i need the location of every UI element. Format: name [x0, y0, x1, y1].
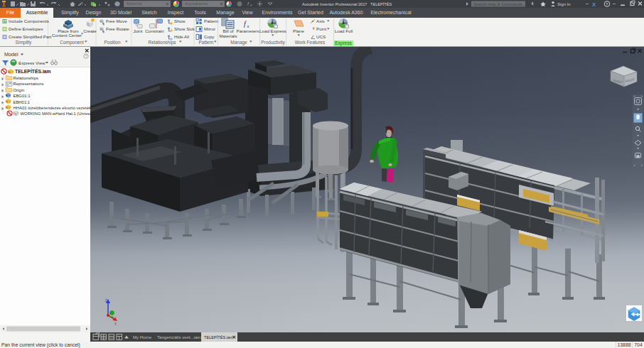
svg-text:Representations: Representations: [14, 82, 44, 86]
svg-text:Sign In: Sign In: [557, 2, 571, 6]
svg-text:?: ?: [85, 54, 87, 58]
svg-text:Show: Show: [174, 18, 186, 23]
svg-text:Express View: Express View: [18, 60, 45, 65]
svg-text:X: X: [114, 322, 117, 326]
svg-text:Z: Z: [105, 299, 107, 303]
svg-text:Joint: Joint: [133, 28, 142, 33]
svg-text:Hide All: Hide All: [174, 34, 189, 39]
svg-text:Free Move: Free Move: [106, 18, 127, 23]
svg-text:Simplify: Simplify: [16, 40, 33, 45]
svg-text:f: f: [247, 1, 249, 6]
svg-text:Autodesk Inventor Professional: Autodesk Inventor Professional 2017 TELE…: [302, 2, 392, 6]
svg-text:Search Help & Commands...: Search Help & Commands...: [473, 2, 526, 6]
svg-text:Appearance: Appearance: [185, 1, 208, 6]
svg-text:EBG01:1: EBG01:1: [14, 94, 31, 98]
svg-text:Productivity: Productivity: [261, 40, 285, 45]
svg-text:Axis: Axis: [316, 18, 325, 23]
svg-text:Content Center: Content Center: [52, 33, 82, 38]
svg-text:EBH01:1: EBH01:1: [14, 100, 31, 104]
svg-text:HHA01 tüzelőberendezés elosztó: HHA01 tüzelőberendezés elosztó vezetékke…: [14, 106, 91, 110]
svg-text:TELEPÍTÉS.iam: TELEPÍTÉS.iam: [204, 335, 233, 339]
svg-text:x: x: [249, 3, 252, 7]
svg-text:f: f: [244, 20, 247, 28]
svg-text:Plane: Plane: [293, 28, 304, 33]
svg-text:Pattern: Pattern: [204, 18, 219, 23]
svg-text:?: ?: [606, 2, 608, 6]
svg-text:Show Sick: Show Sick: [174, 26, 195, 31]
svg-text:Create Simplified Part: Create Simplified Part: [9, 34, 51, 39]
svg-text:Load Express: Load Express: [259, 28, 286, 33]
svg-text:x: x: [247, 23, 249, 28]
svg-text:Include Components: Include Components: [9, 18, 49, 23]
svg-text:Point: Point: [316, 26, 326, 31]
svg-text:Free Rotate: Free Rotate: [106, 26, 129, 31]
svg-text:Model: Model: [4, 51, 18, 58]
svg-text:Create: Create: [83, 28, 97, 33]
svg-text:Define Envelopes: Define Envelopes: [9, 26, 43, 31]
svg-text:Position: Position: [104, 40, 121, 45]
svg-text:Constrain: Constrain: [145, 28, 164, 33]
svg-text:Relationships: Relationships: [148, 40, 176, 45]
svg-text:Mirror: Mirror: [204, 26, 215, 31]
svg-text:Copy: Copy: [204, 34, 215, 39]
svg-text:Material: Material: [127, 1, 141, 6]
svg-text:My Home: My Home: [133, 335, 152, 339]
svg-text:Express: Express: [335, 40, 352, 46]
svg-text:UCS: UCS: [316, 34, 326, 39]
svg-text:Relationships: Relationships: [14, 76, 38, 80]
svg-text:Pattern: Pattern: [199, 40, 214, 45]
svg-text:Origin: Origin: [14, 88, 25, 92]
svg-text:Materials: Materials: [219, 33, 237, 38]
svg-text:Component: Component: [60, 40, 84, 45]
svg-text:TELEPÍTÉS.iam: TELEPÍTÉS.iam: [15, 68, 51, 74]
svg-text:X: X: [592, 1, 596, 8]
svg-text:Work Features: Work Features: [295, 40, 326, 45]
svg-text:Parameters: Parameters: [237, 28, 259, 33]
svg-text:Tangenciális vent...iam: Tangenciális vent...iam: [157, 335, 201, 339]
svg-text:Manage: Manage: [230, 40, 247, 45]
svg-text:Load Full: Load Full: [335, 28, 353, 33]
svg-text:WORKING MAN-wHard Hat:1 (Unres: WORKING MAN-wHard Hat:1 (Unresolved): [21, 112, 91, 116]
